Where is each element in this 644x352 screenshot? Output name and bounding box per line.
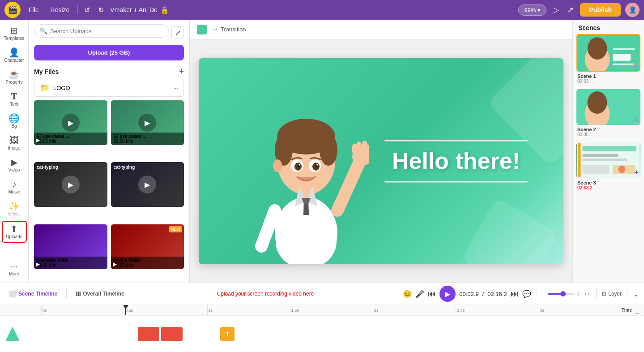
- media-thumb-2[interactable]: 63 use cases ... 02:00 Min ▶: [111, 100, 184, 145]
- sidebar-item-bg[interactable]: 🌐 Bg: [2, 111, 27, 131]
- media-thumb-1[interactable]: 63 use cases ... 02:00 Min ▶ ▶: [34, 100, 107, 145]
- hello-text[interactable]: Hello there!: [384, 148, 528, 174]
- zoom-out-button[interactable]: −: [542, 290, 546, 297]
- zoom-in-button[interactable]: +: [576, 290, 580, 297]
- scene-timeline-tab[interactable]: ⬜ Scene Timeline: [5, 288, 61, 299]
- sidebar-item-label: Bg: [11, 124, 17, 129]
- sidebar-item-templates[interactable]: ⊞ Templates: [2, 23, 27, 43]
- scene-thumb-1[interactable]: 🔗: [576, 34, 640, 72]
- zoom-separator: [596, 289, 597, 298]
- media-duration-5: 01:41 Min: [37, 263, 105, 268]
- skip-back-button[interactable]: ⏮: [428, 289, 436, 299]
- media-thumb-4[interactable]: cat-typing ▶: [111, 162, 184, 207]
- main-layout: ⊞ Templates 👤 Character ☕ Property T Tex…: [0, 20, 644, 283]
- svg-point-14: [273, 159, 282, 172]
- svg-rect-38: [583, 146, 636, 151]
- sidebar-item-effect[interactable]: ✨ Effect: [2, 199, 27, 219]
- overall-timeline-tab[interactable]: ⊞ Overall Timeline: [72, 288, 128, 299]
- transition-icon: ↔: [212, 26, 218, 33]
- media-thumb-3[interactable]: cat-typing ▶: [34, 162, 107, 207]
- my-files-header: My Files +: [29, 63, 189, 79]
- publish-button[interactable]: Publish: [580, 3, 621, 17]
- sidebar-item-label: More: [9, 271, 19, 276]
- sidebar-item-music[interactable]: ♪ Music: [2, 177, 27, 197]
- skip-forward-button[interactable]: ⏭: [511, 289, 519, 299]
- expand-button[interactable]: ⤢: [171, 26, 184, 39]
- undo-button[interactable]: ↺: [82, 4, 92, 16]
- microphone-button[interactable]: 🎤: [415, 290, 424, 298]
- sidebar-item-label: Video: [9, 167, 20, 172]
- sidebar-item-label: Text: [10, 102, 18, 107]
- topbar-divider: [77, 5, 78, 14]
- sidebar-item-image[interactable]: 🖼 Image: [2, 133, 27, 153]
- track-text-T[interactable]: T: [220, 327, 235, 341]
- track-red-2[interactable]: [161, 327, 183, 341]
- zoom-knob[interactable]: [560, 291, 566, 296]
- transition-control[interactable]: ↔ Transition: [212, 26, 246, 33]
- scene-duration-3: 02:08.2: [577, 185, 640, 190]
- scene-thumb-img-1: [577, 35, 640, 71]
- sidebar-item-text[interactable]: T Text: [2, 89, 27, 109]
- expand-timeline-button[interactable]: ⌄: [633, 290, 639, 298]
- layer-control[interactable]: ⊟ Layer: [602, 291, 622, 297]
- zoom-control[interactable]: 99% ▾: [518, 4, 546, 16]
- search-icon: 🔍: [40, 27, 47, 34]
- sidebar-item-label: Effect: [9, 211, 20, 216]
- current-time: 00:02.9: [459, 291, 478, 297]
- folder-menu-icon[interactable]: ···: [173, 85, 178, 91]
- scene-3[interactable]: + Scene 3 02:08.2: [576, 142, 640, 192]
- sidebar-item-label: Image: [8, 146, 21, 150]
- media-thumb-5[interactable]: animaker suite 01:41 Min ▶: [34, 224, 107, 269]
- scene-duration-1: 00:03: [577, 79, 640, 84]
- topbar: 🎬 File Resize ↺ ↻ Vmaker + Ani De 🔒 99% …: [0, 0, 644, 20]
- bg-shape-2: [461, 197, 559, 264]
- zoom-controls: − +: [542, 290, 580, 297]
- sidebar-item-more[interactable]: ··· More: [2, 259, 27, 279]
- user-avatar[interactable]: 👤: [625, 3, 640, 17]
- project-title: Vmaker + Ani De 🔒: [110, 6, 169, 14]
- ruler-mark-1: 0.5s: [124, 305, 207, 315]
- share-icon[interactable]: ↗: [565, 3, 576, 17]
- media-thumb-6[interactable]: kaviya video 02:08 Min NEW ▶: [111, 224, 184, 269]
- track-triangle[interactable]: [5, 327, 20, 341]
- scene-1[interactable]: 🔗 Scene 1 00:03: [576, 34, 640, 86]
- timeline-playhead[interactable]: [125, 305, 126, 315]
- track-red-1[interactable]: [138, 327, 159, 341]
- sidebar-item-character[interactable]: 👤 Character: [2, 45, 27, 65]
- scene-thumb-3[interactable]: +: [576, 142, 640, 178]
- add-file-button[interactable]: +: [179, 67, 184, 76]
- bg-icon: 🌐: [9, 114, 20, 123]
- canvas-scene[interactable]: Hello there!: [199, 58, 563, 264]
- svg-point-13: [316, 164, 318, 166]
- fit-screen-button[interactable]: ↔: [584, 290, 591, 298]
- transport-controls: 😊 🎤 ⏮ ▶ 00:02.9 / 02:16.2 ⏭ 💬: [403, 286, 531, 302]
- music-icon: ♪: [12, 180, 17, 189]
- app-logo: 🎬: [4, 2, 21, 18]
- sidebar-item-uploads[interactable]: ⬆ Uploads: [2, 221, 27, 243]
- search-input[interactable]: [50, 28, 163, 34]
- layer-icon: ⊟: [602, 291, 606, 297]
- sidebar-item-label: Templates: [4, 36, 25, 41]
- resize-menu[interactable]: Resize: [47, 4, 73, 15]
- my-files-label: My Files: [34, 68, 59, 75]
- scenes-header: Scenes: [573, 20, 644, 34]
- captions-button[interactable]: 💬: [522, 290, 531, 298]
- character-icon: 👤: [9, 48, 20, 57]
- play-button[interactable]: ▶: [439, 286, 456, 302]
- scene-2[interactable]: 🔗 Scene 2 00:05: [576, 89, 640, 139]
- sidebar-item-property[interactable]: ☕ Property: [2, 67, 27, 87]
- add-emoji-button[interactable]: 😊: [403, 290, 412, 298]
- upload-button[interactable]: Upload (25 GB): [34, 45, 184, 60]
- left-sidebar: ⊞ Templates 👤 Character ☕ Property T Tex…: [0, 20, 29, 283]
- sidebar-item-video[interactable]: ▶ Video: [2, 155, 27, 175]
- scene-thumb-2[interactable]: 🔗: [576, 89, 640, 125]
- canvas-text-area: Hello there!: [384, 133, 528, 189]
- svg-rect-39: [583, 154, 618, 157]
- preview-icon[interactable]: ▷: [551, 3, 561, 17]
- redo-button[interactable]: ↻: [96, 4, 106, 16]
- zoom-bar[interactable]: [548, 293, 575, 295]
- file-menu[interactable]: File: [25, 4, 43, 15]
- time-plus-button[interactable]: +: [635, 304, 639, 310]
- scene-add-icon-3[interactable]: +: [635, 168, 639, 176]
- logo-folder[interactable]: 📁 LOGO ···: [34, 79, 184, 97]
